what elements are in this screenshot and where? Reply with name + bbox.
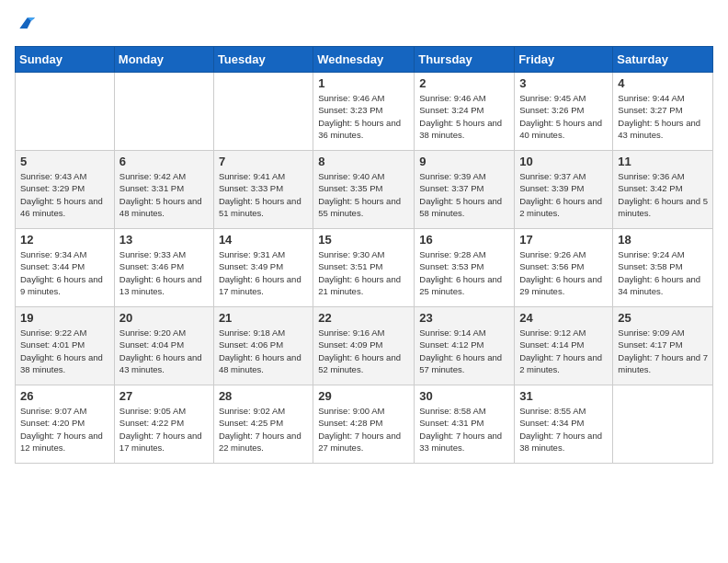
day-info: Sunrise: 9:33 AM Sunset: 3:46 PM Dayligh… — [119, 248, 209, 297]
day-header-tuesday: Tuesday — [213, 47, 313, 73]
day-info: Sunrise: 8:58 AM Sunset: 4:31 PM Dayligh… — [419, 405, 509, 454]
day-info: Sunrise: 9:39 AM Sunset: 3:37 PM Dayligh… — [419, 170, 509, 219]
logo — [15, 15, 37, 37]
calendar-cell: 14Sunrise: 9:31 AM Sunset: 3:49 PM Dayli… — [213, 229, 313, 307]
day-info: Sunrise: 9:07 AM Sunset: 4:20 PM Dayligh… — [20, 405, 109, 454]
day-info: Sunrise: 9:14 AM Sunset: 4:12 PM Dayligh… — [419, 327, 509, 375]
calendar-header-row: SundayMondayTuesdayWednesdayThursdayFrid… — [16, 47, 713, 73]
day-number: 17 — [519, 233, 608, 247]
calendar-cell: 8Sunrise: 9:40 AM Sunset: 3:35 PM Daylig… — [313, 151, 415, 229]
calendar-cell: 20Sunrise: 9:20 AM Sunset: 4:04 PM Dayli… — [114, 307, 213, 385]
day-info: Sunrise: 9:09 AM Sunset: 4:17 PM Dayligh… — [618, 327, 708, 375]
calendar-cell: 27Sunrise: 9:05 AM Sunset: 4:22 PM Dayli… — [114, 385, 213, 464]
day-info: Sunrise: 9:31 AM Sunset: 3:49 PM Dayligh… — [219, 248, 308, 297]
calendar-cell: 9Sunrise: 9:39 AM Sunset: 3:37 PM Daylig… — [415, 151, 515, 229]
day-info: Sunrise: 9:30 AM Sunset: 3:51 PM Dayligh… — [318, 248, 409, 297]
calendar-cell: 30Sunrise: 8:58 AM Sunset: 4:31 PM Dayli… — [415, 385, 515, 464]
calendar-cell: 17Sunrise: 9:26 AM Sunset: 3:56 PM Dayli… — [515, 229, 613, 307]
calendar-cell: 11Sunrise: 9:36 AM Sunset: 3:42 PM Dayli… — [613, 151, 713, 229]
day-info: Sunrise: 9:37 AM Sunset: 3:39 PM Dayligh… — [519, 170, 608, 219]
day-number: 6 — [119, 155, 209, 168]
calendar-cell: 28Sunrise: 9:02 AM Sunset: 4:25 PM Dayli… — [213, 385, 313, 464]
day-info: Sunrise: 9:00 AM Sunset: 4:28 PM Dayligh… — [318, 405, 409, 454]
day-number: 29 — [318, 389, 409, 403]
day-info: Sunrise: 9:24 AM Sunset: 3:58 PM Dayligh… — [618, 248, 708, 297]
day-info: Sunrise: 9:45 AM Sunset: 3:26 PM Dayligh… — [519, 92, 608, 141]
day-number: 23 — [419, 311, 509, 325]
day-info: Sunrise: 9:43 AM Sunset: 3:29 PM Dayligh… — [20, 170, 109, 219]
day-number: 10 — [519, 155, 608, 168]
day-info: Sunrise: 9:16 AM Sunset: 4:09 PM Dayligh… — [318, 327, 409, 375]
day-number: 13 — [119, 233, 209, 247]
day-info: Sunrise: 9:41 AM Sunset: 3:33 PM Dayligh… — [219, 170, 308, 219]
day-number: 27 — [119, 389, 209, 403]
day-number: 26 — [20, 389, 109, 403]
calendar-cell: 16Sunrise: 9:28 AM Sunset: 3:53 PM Dayli… — [415, 229, 515, 307]
calendar-cell: 24Sunrise: 9:12 AM Sunset: 4:14 PM Dayli… — [515, 307, 613, 385]
day-number: 9 — [419, 155, 509, 168]
calendar-cell: 18Sunrise: 9:24 AM Sunset: 3:58 PM Dayli… — [613, 229, 713, 307]
calendar-cell: 3Sunrise: 9:45 AM Sunset: 3:26 PM Daylig… — [515, 73, 613, 151]
day-number: 22 — [318, 311, 409, 325]
calendar-cell: 6Sunrise: 9:42 AM Sunset: 3:31 PM Daylig… — [114, 151, 213, 229]
day-info: Sunrise: 9:46 AM Sunset: 3:24 PM Dayligh… — [419, 92, 509, 141]
day-info: Sunrise: 9:44 AM Sunset: 3:27 PM Dayligh… — [618, 92, 708, 141]
day-number: 21 — [219, 311, 308, 325]
calendar-cell: 13Sunrise: 9:33 AM Sunset: 3:46 PM Dayli… — [114, 229, 213, 307]
calendar-cell: 2Sunrise: 9:46 AM Sunset: 3:24 PM Daylig… — [415, 73, 515, 151]
day-info: Sunrise: 9:26 AM Sunset: 3:56 PM Dayligh… — [519, 248, 608, 297]
day-number: 16 — [419, 233, 509, 247]
day-info: Sunrise: 9:42 AM Sunset: 3:31 PM Dayligh… — [119, 170, 209, 219]
calendar-cell: 22Sunrise: 9:16 AM Sunset: 4:09 PM Dayli… — [313, 307, 415, 385]
calendar-cell: 19Sunrise: 9:22 AM Sunset: 4:01 PM Dayli… — [16, 307, 115, 385]
day-header-saturday: Saturday — [613, 47, 713, 73]
day-number: 31 — [519, 389, 608, 403]
calendar-cell: 23Sunrise: 9:14 AM Sunset: 4:12 PM Dayli… — [415, 307, 515, 385]
calendar-cell: 7Sunrise: 9:41 AM Sunset: 3:33 PM Daylig… — [213, 151, 313, 229]
day-number: 19 — [20, 311, 109, 325]
calendar-cell — [114, 73, 213, 151]
day-info: Sunrise: 8:55 AM Sunset: 4:34 PM Dayligh… — [519, 405, 608, 454]
day-header-sunday: Sunday — [16, 47, 115, 73]
calendar-cell: 26Sunrise: 9:07 AM Sunset: 4:20 PM Dayli… — [16, 385, 115, 464]
day-info: Sunrise: 9:20 AM Sunset: 4:04 PM Dayligh… — [119, 327, 209, 375]
day-number: 18 — [618, 233, 708, 247]
day-number: 5 — [20, 155, 109, 168]
day-header-wednesday: Wednesday — [313, 47, 415, 73]
day-info: Sunrise: 9:36 AM Sunset: 3:42 PM Dayligh… — [618, 170, 708, 219]
day-info: Sunrise: 9:22 AM Sunset: 4:01 PM Dayligh… — [20, 327, 109, 375]
day-number: 11 — [618, 155, 708, 168]
day-number: 28 — [219, 389, 308, 403]
calendar-week-row: 5Sunrise: 9:43 AM Sunset: 3:29 PM Daylig… — [16, 151, 713, 229]
calendar-cell: 5Sunrise: 9:43 AM Sunset: 3:29 PM Daylig… — [16, 151, 115, 229]
day-number: 3 — [519, 76, 608, 90]
calendar-week-row: 26Sunrise: 9:07 AM Sunset: 4:20 PM Dayli… — [16, 385, 713, 464]
day-info: Sunrise: 9:46 AM Sunset: 3:23 PM Dayligh… — [318, 92, 409, 141]
calendar-cell: 4Sunrise: 9:44 AM Sunset: 3:27 PM Daylig… — [613, 73, 713, 151]
day-number: 24 — [519, 311, 608, 325]
day-number: 15 — [318, 233, 409, 247]
calendar-cell: 1Sunrise: 9:46 AM Sunset: 3:23 PM Daylig… — [313, 73, 415, 151]
calendar-cell: 25Sunrise: 9:09 AM Sunset: 4:17 PM Dayli… — [613, 307, 713, 385]
page-header — [15, 15, 713, 37]
day-number: 1 — [318, 76, 409, 90]
calendar-table: SundayMondayTuesdayWednesdayThursdayFrid… — [15, 46, 713, 464]
calendar-cell: 10Sunrise: 9:37 AM Sunset: 3:39 PM Dayli… — [515, 151, 613, 229]
day-header-monday: Monday — [114, 47, 213, 73]
calendar-cell — [213, 73, 313, 151]
day-number: 7 — [219, 155, 308, 168]
day-info: Sunrise: 9:34 AM Sunset: 3:44 PM Dayligh… — [20, 248, 109, 297]
day-info: Sunrise: 9:02 AM Sunset: 4:25 PM Dayligh… — [219, 405, 308, 454]
day-number: 2 — [419, 76, 509, 90]
day-header-friday: Friday — [515, 47, 613, 73]
day-number: 12 — [20, 233, 109, 247]
day-info: Sunrise: 9:05 AM Sunset: 4:22 PM Dayligh… — [119, 405, 209, 454]
calendar-cell: 21Sunrise: 9:18 AM Sunset: 4:06 PM Dayli… — [213, 307, 313, 385]
day-number: 8 — [318, 155, 409, 168]
day-info: Sunrise: 9:28 AM Sunset: 3:53 PM Dayligh… — [419, 248, 509, 297]
calendar-cell: 29Sunrise: 9:00 AM Sunset: 4:28 PM Dayli… — [313, 385, 415, 464]
calendar-week-row: 1Sunrise: 9:46 AM Sunset: 3:23 PM Daylig… — [16, 73, 713, 151]
calendar-week-row: 12Sunrise: 9:34 AM Sunset: 3:44 PM Dayli… — [16, 229, 713, 307]
calendar-cell — [613, 385, 713, 464]
day-number: 14 — [219, 233, 308, 247]
